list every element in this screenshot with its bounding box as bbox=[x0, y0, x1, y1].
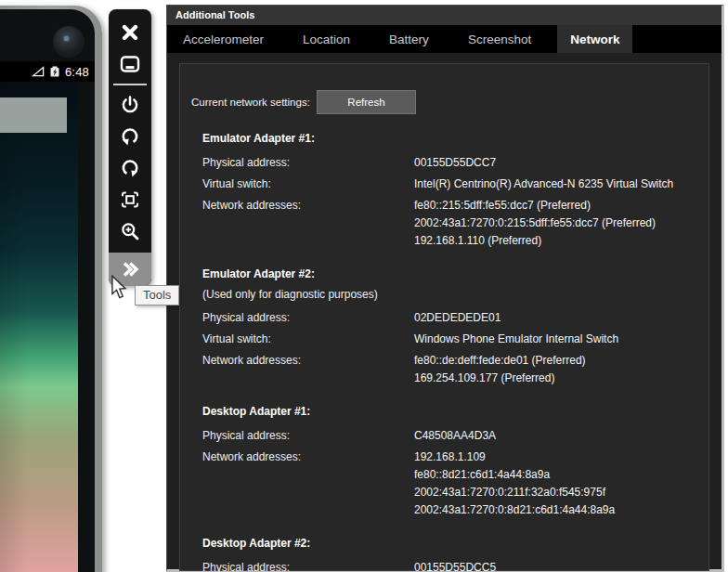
settings-row: Current network settings: Refresh bbox=[191, 90, 708, 114]
adapter-value: Windows Phone Emulator Internal Switch bbox=[414, 331, 708, 348]
adapter-value: 02DEDEDEDE01 bbox=[414, 309, 708, 327]
tab-screenshot[interactable]: Screenshot bbox=[468, 25, 531, 53]
adapter-row-label: Physical address: bbox=[202, 559, 414, 572]
adapter-value: fe80::de:deff:fede:de01 (Preferred) bbox=[414, 352, 708, 370]
adapter-value: 2002:43a1:7270:0:8d21:c6d1:4a44:8a9a bbox=[414, 501, 708, 519]
tab-bar: AccelerometerLocationBatteryScreenshotNe… bbox=[167, 25, 722, 53]
adapter-row-values: fe80::215:5dff:fe55:dcc7 (Preferred)2002… bbox=[414, 197, 708, 250]
toolbar-divider bbox=[113, 84, 147, 85]
adapter-title: Emulator Adapter #1: bbox=[202, 132, 708, 146]
emulator-toolbar bbox=[109, 9, 151, 286]
adapter-value: 192.168.1.110 (Preferred) bbox=[414, 232, 708, 250]
adapter-section: Emulator Adapter #1:Physical address:001… bbox=[202, 132, 708, 250]
adapter-value: Intel(R) Centrino(R) Advanced-N 6235 Vir… bbox=[414, 176, 708, 193]
refresh-button[interactable]: Refresh bbox=[317, 90, 416, 114]
adapter-section: Desktop Adapter #2:Physical address:0015… bbox=[202, 537, 708, 572]
zoom-button[interactable] bbox=[109, 215, 151, 247]
rotate-right-icon bbox=[120, 158, 140, 178]
adapter-value: 2002:43a1:7270:0:211f:32a0:f545:975f bbox=[414, 484, 708, 501]
adapter-value: fe80::215:5dff:fe55:dcc7 (Preferred) bbox=[414, 197, 708, 214]
adapter-row-values: C48508AA4D3A bbox=[414, 427, 708, 445]
adapter-row-values: Intel(R) Centrino(R) Advanced-N 6235 Vir… bbox=[414, 176, 708, 193]
rotate-left-icon bbox=[120, 126, 140, 147]
status-time: 6:48 bbox=[65, 65, 89, 79]
adapter-row-label: Network addresses: bbox=[202, 352, 414, 387]
adapter-row-label: Virtual switch: bbox=[202, 176, 414, 193]
adapter-row-values: 00155D55DCC5 bbox=[414, 559, 708, 572]
adapter-row-label: Physical address: bbox=[202, 309, 414, 327]
phone-camera bbox=[53, 26, 84, 58]
tools-tooltip: Tools bbox=[135, 285, 179, 306]
tab-battery[interactable]: Battery bbox=[389, 25, 429, 53]
minimize-icon bbox=[119, 54, 141, 74]
adapter-row-values: Windows Phone Emulator Internal Switch bbox=[414, 331, 708, 348]
fit-to-screen-icon bbox=[119, 189, 141, 210]
adapter-value: 192.168.1.109 bbox=[414, 448, 708, 466]
power-icon bbox=[120, 95, 140, 115]
adapter-title: Emulator Adapter #2: bbox=[202, 267, 708, 281]
adapter-value: fe80::8d21:c6d1:4a44:8a9a bbox=[414, 466, 708, 484]
additional-tools-window: Additional Tools AccelerometerLocationBa… bbox=[166, 5, 724, 572]
tab-network[interactable]: Network bbox=[557, 25, 632, 53]
current-network-settings-label: Current network settings: bbox=[191, 97, 317, 108]
adapter-note: (Used only for diagnostic purposes) bbox=[202, 288, 708, 302]
adapter-row-label: Virtual switch: bbox=[202, 331, 414, 348]
adapter-value: 00155D55DCC7 bbox=[414, 154, 708, 172]
power-button[interactable] bbox=[109, 89, 151, 121]
close-icon bbox=[120, 22, 140, 43]
adapter-row: Physical address:00155D55DCC5 bbox=[202, 559, 708, 572]
network-tab-content: Current network settings: Refresh Emulat… bbox=[167, 53, 722, 569]
adapter-value: 2002:43a1:7270:0:215:5dff:fe55:dcc7 (Pre… bbox=[414, 214, 708, 232]
adapter-row-values: fe80::de:deff:fede:de01 (Preferred)169.2… bbox=[414, 352, 708, 387]
rotate-right-button[interactable] bbox=[109, 152, 151, 184]
rotate-left-button[interactable] bbox=[109, 121, 151, 152]
network-settings-panel: Current network settings: Refresh Emulat… bbox=[179, 63, 709, 571]
adapter-value: C48508AA4D3A bbox=[414, 427, 708, 445]
adapter-section: Desktop Adapter #1:Physical address:C485… bbox=[202, 405, 708, 519]
tab-accelerometer[interactable]: Accelerometer bbox=[183, 25, 264, 53]
adapter-row: Virtual switch:Intel(R) Centrino(R) Adva… bbox=[202, 176, 708, 193]
screen: 6:48 bbox=[0, 0, 728, 572]
zoom-in-icon bbox=[120, 221, 140, 241]
adapter-list: Emulator Adapter #1:Physical address:001… bbox=[202, 132, 708, 572]
fit-to-screen-button[interactable] bbox=[109, 184, 151, 215]
adapter-row-label: Physical address: bbox=[202, 154, 414, 172]
adapter-row: Network addresses:192.168.1.109fe80::8d2… bbox=[202, 448, 708, 519]
adapter-row: Physical address:C48508AA4D3A bbox=[202, 427, 708, 445]
phone-screen bbox=[0, 82, 78, 572]
adapter-row: Virtual switch:Windows Phone Emulator In… bbox=[202, 331, 708, 348]
window-title: Additional Tools bbox=[167, 6, 722, 25]
adapter-section: Emulator Adapter #2:(Used only for diagn… bbox=[202, 267, 708, 387]
adapter-row-label: Network addresses: bbox=[202, 448, 414, 519]
adapter-row-label: Network addresses: bbox=[202, 197, 414, 250]
close-button[interactable] bbox=[109, 17, 151, 48]
mouse-cursor bbox=[110, 275, 127, 299]
adapter-title: Desktop Adapter #2: bbox=[202, 537, 708, 551]
adapter-row-values: 00155D55DCC7 bbox=[414, 154, 708, 172]
adapter-row: Physical address:00155D55DCC7 bbox=[202, 154, 708, 172]
adapter-row-values: 02DEDEDEDE01 bbox=[414, 309, 708, 327]
phone-screen-banner bbox=[0, 98, 67, 133]
battery-charging-icon bbox=[49, 66, 60, 77]
adapter-row: Physical address:02DEDEDEDE01 bbox=[202, 309, 708, 327]
adapter-row: Network addresses:fe80::215:5dff:fe55:dc… bbox=[202, 197, 708, 250]
tab-location[interactable]: Location bbox=[303, 25, 350, 53]
adapter-row-label: Physical address: bbox=[202, 427, 414, 445]
adapter-row-values: 192.168.1.109fe80::8d21:c6d1:4a44:8a9a20… bbox=[414, 448, 708, 519]
minimize-button[interactable] bbox=[109, 48, 151, 80]
adapter-value: 00155D55DCC5 bbox=[414, 559, 708, 572]
adapter-row: Network addresses:fe80::de:deff:fede:de0… bbox=[202, 352, 708, 387]
phone-status-bar: 6:48 bbox=[0, 61, 95, 82]
adapter-value: 169.254.109.177 (Preferred) bbox=[414, 370, 708, 387]
signal-strength-icon bbox=[32, 66, 45, 77]
adapter-title: Desktop Adapter #1: bbox=[202, 405, 708, 419]
emulator-phone-preview: 6:48 bbox=[0, 6, 102, 572]
